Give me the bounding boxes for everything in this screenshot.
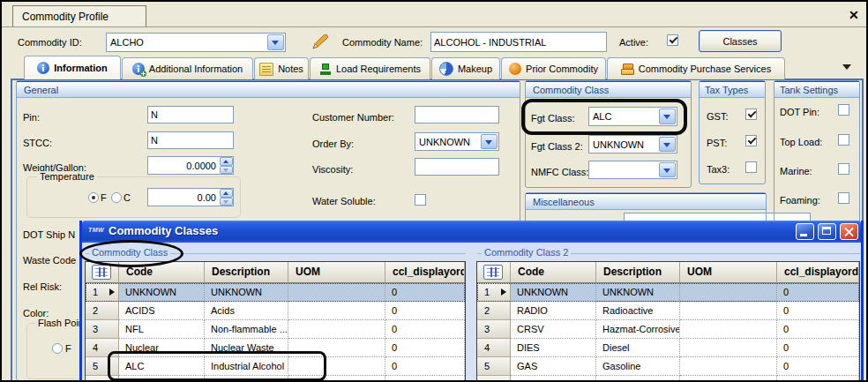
grid-row[interactable]: 4DIESDiesel0 bbox=[477, 339, 859, 357]
tab-label: Makeup bbox=[458, 64, 492, 74]
grid-row[interactable]: 1UNKNOWNUNKNOWN0 bbox=[86, 283, 465, 302]
grid-cell-ccl[interactable]: 0 bbox=[385, 357, 465, 376]
column-header[interactable]: Code bbox=[511, 262, 596, 283]
tab-information[interactable]: Information bbox=[24, 56, 121, 79]
annotation-fgt-class-rect bbox=[521, 99, 687, 135]
grid-cell-uom[interactable] bbox=[680, 320, 777, 339]
grid-cell-code[interactable]: CRSV bbox=[511, 320, 596, 339]
grid-cell-description[interactable]: Radioactive bbox=[596, 302, 680, 320]
grid-cell-code[interactable]: UNKNOWN bbox=[119, 283, 205, 302]
tab-strip-divider bbox=[2, 26, 866, 27]
grid-cell-ccl[interactable]: 0 bbox=[777, 320, 859, 339]
tab-label: Information bbox=[54, 63, 108, 73]
grid-row[interactable]: 1UNKNOWNUNKNOWN0 bbox=[477, 283, 859, 302]
grid-cell-code[interactable]: KER bbox=[511, 376, 596, 382]
grid-cell-description[interactable]: Diesel bbox=[596, 339, 680, 357]
row-header[interactable]: 4 bbox=[477, 339, 511, 357]
active-label: Active: bbox=[619, 37, 648, 48]
column-header[interactable]: ccl_displayord bbox=[777, 262, 859, 283]
pencil-icon[interactable] bbox=[311, 33, 329, 55]
minimize-button[interactable] bbox=[796, 223, 814, 240]
tab-load-requirements[interactable]: Load Requirements bbox=[310, 57, 430, 79]
grid-cell-ccl[interactable]: 0 bbox=[385, 376, 465, 382]
purchase-services-icon bbox=[621, 64, 634, 75]
column-header[interactable]: UOM bbox=[288, 262, 385, 283]
grid-cell-ccl[interactable]: 0 bbox=[385, 339, 465, 357]
grid-cell-code[interactable]: ACIDS bbox=[119, 302, 205, 320]
grid-cell-uom[interactable] bbox=[680, 302, 777, 320]
commodity-profile-window: Commodity Profile ✕ Commodity ID: ALCHO … bbox=[0, 0, 868, 382]
grid-cell-ccl[interactable]: 0 bbox=[777, 302, 859, 320]
grid-cell-description[interactable]: Acids bbox=[205, 302, 288, 320]
grid-cell-uom[interactable] bbox=[680, 376, 777, 382]
row-header[interactable]: 3 bbox=[477, 320, 511, 339]
commodity-class-2-grid: CodeDescriptionUOMccl_displayord1UNKNOWN… bbox=[476, 261, 860, 382]
grid-cell-code[interactable]: UNKNOWN bbox=[511, 283, 596, 302]
grid-cell-ccl[interactable]: 0 bbox=[777, 283, 859, 302]
row-header[interactable]: 6 bbox=[477, 376, 511, 382]
grid-cell-ccl[interactable]: 0 bbox=[777, 357, 859, 376]
grid-cell-description[interactable]: UNKNOWN bbox=[205, 283, 288, 302]
grid-row[interactable]: 5GASGasoline0 bbox=[477, 357, 859, 376]
column-header[interactable]: UOM bbox=[680, 262, 777, 283]
grid-row[interactable]: 2RADIORadioactive0 bbox=[477, 302, 859, 320]
window-close-icon[interactable]: ✕ bbox=[849, 8, 859, 22]
tank-settings-group-header: Tank Settings bbox=[774, 81, 859, 98]
commodity-name-input[interactable] bbox=[430, 32, 607, 52]
grid-row[interactable]: 3CRSVHazmat-Corrosive0 bbox=[477, 320, 859, 339]
grid-cell-uom[interactable] bbox=[288, 283, 385, 302]
grid-cell-uom[interactable] bbox=[288, 302, 385, 320]
grid2-group-label: Commodity Class 2 bbox=[482, 247, 571, 258]
commodity-id-combo[interactable]: ALCHO bbox=[106, 33, 286, 52]
chevron-down-icon[interactable] bbox=[267, 34, 284, 50]
tab-notes[interactable]: Notes bbox=[254, 57, 309, 79]
load-requirements-icon bbox=[319, 64, 332, 75]
grid-cell-uom[interactable] bbox=[680, 357, 777, 376]
grid-cell-code[interactable]: GAS bbox=[511, 357, 596, 376]
tab-commodity-purchase-services[interactable]: Commodity Purchase Services bbox=[607, 57, 785, 79]
field-chooser-icon[interactable] bbox=[483, 265, 503, 280]
close-button[interactable] bbox=[840, 223, 858, 240]
grid-cell-code[interactable]: RADIO bbox=[511, 302, 596, 320]
tab-overflow-arrow-icon[interactable] bbox=[842, 64, 851, 70]
current-row-arrow-icon bbox=[109, 288, 115, 296]
column-header[interactable]: ccl_displayord bbox=[385, 262, 465, 283]
active-checkbox[interactable] bbox=[667, 34, 678, 46]
grid-cell-uom[interactable] bbox=[288, 320, 385, 339]
tab-makeup[interactable]: Makeup bbox=[431, 57, 500, 79]
grid-cell-description[interactable]: Kerosene bbox=[596, 376, 680, 382]
dialog-titlebar[interactable]: TMW Commodity Classes bbox=[82, 221, 861, 243]
grid-cell-description[interactable]: Hazmat-Corrosive bbox=[596, 320, 680, 339]
row-header[interactable]: 2 bbox=[477, 302, 511, 320]
grid-row[interactable]: 6KERKerosene0 bbox=[477, 376, 859, 382]
column-header[interactable]: Description bbox=[596, 262, 680, 283]
grid-cell-ccl[interactable]: 0 bbox=[385, 283, 465, 302]
annotation-commodity-class-ellipse bbox=[79, 240, 183, 267]
current-row-arrow-icon bbox=[501, 288, 506, 296]
grid-cell-description[interactable]: Non-flammable ... bbox=[205, 320, 288, 339]
tab-additional-information[interactable]: Additional Information bbox=[122, 57, 253, 79]
grid-row[interactable]: 2ACIDSAcids0 bbox=[86, 302, 465, 320]
grid-cell-uom[interactable] bbox=[680, 339, 777, 357]
row-header[interactable]: 5 bbox=[477, 357, 511, 376]
grid-cell-ccl[interactable]: 0 bbox=[385, 302, 465, 320]
grid-cell-description[interactable]: Gasoline bbox=[596, 357, 680, 376]
tab-commodity-profile[interactable]: Commodity Profile bbox=[12, 5, 146, 26]
classes-button[interactable]: Classes bbox=[699, 30, 782, 52]
row-header[interactable]: 3 bbox=[86, 320, 119, 339]
maximize-button[interactable] bbox=[818, 223, 836, 240]
general-group-header: General bbox=[17, 81, 520, 98]
tab-prior-commodity[interactable]: Prior Commodity bbox=[501, 57, 606, 79]
tab-label: Commodity Purchase Services bbox=[639, 64, 771, 74]
field-chooser-icon[interactable] bbox=[92, 265, 111, 280]
column-header[interactable]: Description bbox=[205, 262, 288, 283]
grid-cell-ccl[interactable]: 0 bbox=[777, 376, 859, 382]
row-header[interactable]: 2 bbox=[86, 302, 119, 320]
grid-cell-ccl[interactable]: 0 bbox=[385, 320, 465, 339]
grid-cell-ccl[interactable]: 0 bbox=[777, 339, 859, 357]
grid-cell-description[interactable]: UNKNOWN bbox=[596, 283, 680, 302]
grid-row[interactable]: 3NFLNon-flammable ...0 bbox=[86, 320, 465, 339]
grid-cell-code[interactable]: NFL bbox=[119, 320, 205, 339]
grid-cell-code[interactable]: DIES bbox=[511, 339, 596, 357]
grid-cell-uom[interactable] bbox=[680, 283, 777, 302]
